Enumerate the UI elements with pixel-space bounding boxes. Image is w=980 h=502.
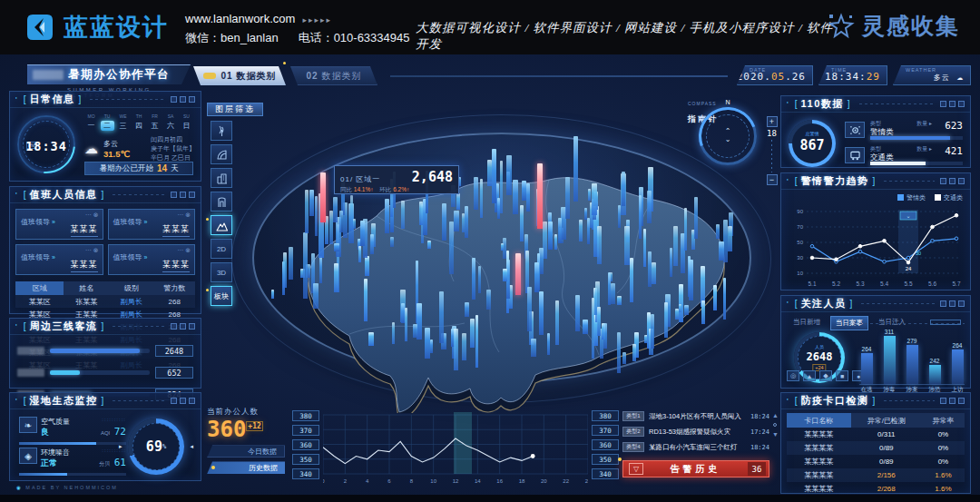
panel-control-icons[interactable] — [940, 398, 965, 404]
duty-leader-card[interactable]: 值班领导»⋯ ⊗某某某 — [15, 244, 103, 275]
svg-text:24: 24 — [906, 266, 912, 271]
trend-legend: 警情类交通类 — [897, 193, 963, 202]
scroll-down-icon[interactable]: ▼ — [772, 431, 779, 438]
panel-control-icons[interactable] — [171, 192, 195, 198]
focus-category-icon-4[interactable]: ■ — [836, 370, 848, 381]
checkpoint-table: 卡口名称异常/已检测异常率某某某某0/3110%某某某某0/890%某某某某0/… — [781, 413, 970, 496]
y-tick: 350 — [592, 454, 619, 465]
scroll-dot-icon[interactable] — [773, 423, 777, 427]
svg-text:12: 12 — [453, 478, 459, 484]
duty-leader-card[interactable]: 值班领导»⋯ ⊗某某某 — [108, 244, 196, 275]
history-data-button[interactable]: 历史数据 — [207, 461, 285, 474]
svg-text:14: 14 — [475, 478, 481, 484]
panel-control-icons[interactable] — [940, 300, 965, 307]
summer-notice: 暑期办公已开始14天 — [84, 162, 193, 175]
arrows-decoration: ▸▸▸▸▸ — [302, 15, 332, 25]
tab-capsule-icon — [203, 73, 216, 79]
zoom-in-button[interactable]: + — [767, 116, 778, 127]
leaf-icon: ❧ — [19, 417, 37, 433]
alert-item[interactable]: 类型1湿地3-104片区有不明人员闯入18:24 — [622, 408, 769, 424]
topbar-divider — [390, 75, 728, 77]
tab-data-category-1[interactable]: 01 数据类别 — [193, 66, 286, 85]
trend-line-chart: 9070503010⌄5.15.25.35.45.55.65.73024 — [787, 202, 966, 297]
weekday-sa: SA六 — [164, 113, 178, 131]
svg-text:30: 30 — [916, 251, 921, 256]
week-strip: MO一TU二WE三TH四FR五SA六SU日 — [84, 113, 193, 131]
logo[interactable]: 蓝蓝设计 — [24, 11, 169, 44]
dashboard: 暑期办公协作平台 SUMMER WORKING PLATFORM 01 数据类别… — [0, 54, 980, 502]
table-row: 某某某某0/3110% — [787, 428, 965, 441]
duty-leader-card[interactable]: 值班领导»⋯ ⊗某某某 — [15, 209, 103, 240]
y-tick: 340 — [592, 468, 619, 479]
alert-item[interactable]: 类型4某路口有小汽车连闯三个红灯18:24 — [622, 439, 769, 455]
wechat-contact: 微信：ben_lanlan — [185, 31, 279, 44]
screen: 蓝蓝设计 www.lanlanwork.com▸▸▸▸▸ 微信：ben_lanl… — [0, 0, 980, 502]
focus-bar-chart: 264在逃311涉毒279涉案242涉恐264上访 — [859, 329, 965, 385]
svg-text:10: 10 — [797, 271, 803, 276]
svg-text:5.7: 5.7 — [952, 281, 960, 287]
panel-daily-info: '[日常信息] PM 18:34 MO一TU二WE三TH四FR五SA六SU日 ☁… — [9, 91, 201, 182]
panel-focus-personnel: '[关注人员] 当日新增当日案事当日迁入 人员 2648 +24 ◎▲◆■● 2… — [780, 295, 971, 389]
panel-control-icons[interactable] — [171, 323, 195, 330]
y-tick: 370 — [292, 425, 319, 436]
svg-text:0: 0 — [323, 478, 325, 484]
svg-text:5.1: 5.1 — [808, 281, 816, 287]
y-tick: 380 — [292, 410, 319, 421]
weekday-fr: FR五 — [148, 113, 162, 131]
focus-bar: 311涉毒 — [882, 329, 897, 384]
map-zoom-control: + 18 − — [766, 116, 778, 185]
site-url[interactable]: www.lanlanwork.com — [185, 12, 295, 25]
panel-title: 日常信息 — [30, 93, 75, 106]
svg-text:18: 18 — [519, 478, 525, 484]
map-3d[interactable]: 01/ 区域一 2,648 同比 14.1%↑ 环比 6.2%↑ COMPASS… — [227, 91, 776, 413]
svg-text:4: 4 — [366, 478, 369, 484]
panel-duty-personnel: '[值班人员信息] 值班领导»⋯ ⊗某某某值班领导»⋯ ⊗某某某值班领导»⋯ ⊗… — [9, 186, 201, 314]
inspiration-collect[interactable]: 灵感收集 — [828, 11, 960, 41]
panel-title: 关注人员 — [801, 297, 847, 310]
panel-title: 周边三线客流 — [30, 320, 98, 333]
office-line-chart: 024681012141618202224 — [323, 410, 588, 492]
weekday-su: SU日 — [180, 113, 193, 131]
weekday-th: TH四 — [132, 113, 146, 131]
panel-control-icons[interactable] — [171, 96, 195, 103]
weekday-tu: TU二 — [101, 113, 114, 131]
flow-bar-row: 2648 — [17, 345, 193, 357]
table-row: 某某某某0/890% — [787, 441, 965, 455]
panel-control-icons[interactable] — [940, 178, 965, 184]
focus-tab-1[interactable]: 当日新增 — [789, 316, 825, 330]
svg-text:5.5: 5.5 — [904, 281, 912, 287]
weather-cloud-icon: ☁ — [84, 141, 98, 157]
zoom-out-button[interactable]: − — [767, 174, 778, 185]
panel-title: 湿地生态监控 — [30, 394, 98, 408]
panel-control-icons[interactable] — [171, 398, 195, 404]
svg-text:70: 70 — [797, 224, 803, 230]
duty-leader-card[interactable]: 值班领导»⋯ ⊗某某某 — [108, 209, 196, 240]
tab-data-category-2[interactable]: 02 数据类别 — [290, 66, 377, 85]
zoom-track[interactable] — [771, 140, 772, 172]
alarm-type-item: 类型交通类数量 ▸421 — [845, 145, 963, 167]
focus-category-icon-3[interactable]: ◆ — [819, 370, 832, 381]
inspiration-collect-label: 灵感收集 — [862, 11, 960, 41]
scroll-up-icon[interactable]: ▲ — [772, 412, 779, 418]
svg-text:5.2: 5.2 — [832, 281, 840, 287]
table-row: 某某区张某某副局长268 — [15, 295, 195, 308]
air-quality-item: ❧ 空气质量 良 ::::::::::AQI 72 — [19, 417, 126, 445]
focus-category-icon-1[interactable]: ◎ — [787, 370, 799, 381]
chart-mini-slider[interactable] — [930, 320, 961, 325]
svg-text:22: 22 — [563, 478, 569, 484]
today-data-button[interactable]: 今日数据 — [207, 445, 285, 458]
panel-title: 值班人员信息 — [30, 188, 98, 202]
alert-list: 类型1湿地3-104片区有不明人员闯入18:24类型2RD13-53烟感报警疑似… — [622, 408, 769, 477]
focus-category-icon-2[interactable]: ▲ — [803, 370, 816, 381]
alert-history-button[interactable]: ▽ 告警历史 36 — [622, 460, 769, 477]
alert-item[interactable]: 类型2RD13-53烟感报警疑似火灾17:24 — [622, 424, 769, 439]
panel-control-icons[interactable] — [940, 101, 965, 107]
weather-widget: WEATHER 多云 ☁ — [893, 65, 971, 85]
noise-icon: ◈ — [19, 448, 37, 464]
svg-text:5.3: 5.3 — [856, 281, 864, 287]
focus-bar: 242涉恐 — [927, 329, 942, 384]
svg-text:30: 30 — [797, 255, 803, 261]
table-row: 某某某某2/2681.6% — [787, 482, 965, 496]
bus-icon — [845, 147, 865, 163]
clock-widget: PM 18:34 — [17, 115, 75, 173]
